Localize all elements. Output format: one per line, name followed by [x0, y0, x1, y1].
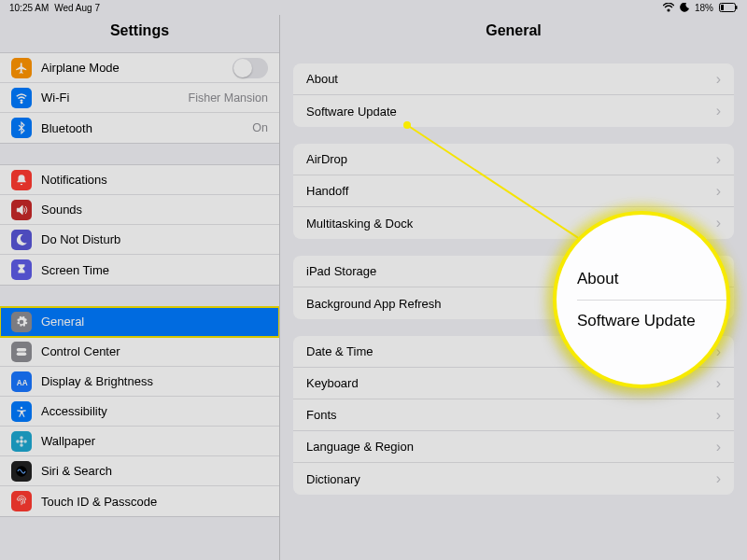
- svg-rect-1: [736, 6, 738, 9]
- sidebar-item-label: Screen Time: [41, 263, 268, 277]
- row-label: About: [306, 72, 716, 86]
- sidebar-item-detail: On: [252, 121, 268, 134]
- text-icon: AA: [11, 371, 32, 392]
- chevron-right-icon: ›: [716, 407, 721, 424]
- airplane-icon: [11, 58, 32, 78]
- sidebar-item-label: General: [41, 315, 268, 329]
- settings-sidebar: Settings Airplane ModeWi-FiFisher Mansio…: [0, 15, 280, 560]
- statusbar-date: Wed Aug 7: [54, 3, 100, 13]
- detail-title: General: [293, 15, 734, 63]
- statusbar-time: 10:25 AM: [9, 3, 49, 13]
- sidebar-item-wallpaper[interactable]: Wallpaper: [0, 427, 279, 456]
- sidebar-title: Settings: [0, 15, 279, 52]
- svg-point-10: [20, 443, 23, 447]
- sidebar-item-general[interactable]: General: [0, 307, 279, 337]
- general-row-airdrop[interactable]: AirDrop›: [293, 144, 734, 175]
- general-row-dictionary[interactable]: Dictionary›: [293, 463, 734, 495]
- sidebar-item-bluetooth[interactable]: BluetoothOn: [0, 113, 279, 143]
- sidebar-item-screentime[interactable]: Screen Time: [0, 255, 279, 285]
- status-bar: 10:25 AM Wed Aug 7 18%: [0, 0, 747, 15]
- annotation-callout: About Software Update: [553, 211, 730, 388]
- wifi-status-icon: [663, 3, 674, 12]
- sidebar-item-wifi[interactable]: Wi-FiFisher Mansion: [0, 83, 279, 113]
- row-label: Language & Region: [306, 440, 716, 454]
- general-row-about[interactable]: About›: [293, 63, 734, 95]
- callout-line-software-update: Software Update: [577, 301, 730, 342]
- sidebar-item-label: Siri & Search: [41, 464, 268, 478]
- sidebar-item-label: Wi-Fi: [41, 91, 189, 105]
- row-label: Handoff: [306, 184, 716, 198]
- chevron-right-icon: ›: [716, 439, 721, 455]
- sidebar-item-touchid[interactable]: Touch ID & Passcode: [0, 486, 279, 516]
- general-row-fonts[interactable]: Fonts›: [293, 399, 734, 431]
- sidebar-item-label: Control Center: [41, 344, 268, 358]
- hourglass-icon: [11, 259, 32, 280]
- moon-icon: [11, 230, 32, 250]
- bell-icon: [11, 170, 32, 190]
- chevron-right-icon: ›: [716, 103, 721, 119]
- sidebar-item-accessibility[interactable]: Accessibility: [0, 397, 279, 427]
- row-label: Fonts: [306, 408, 716, 422]
- sidebar-item-label: Do Not Disturb: [41, 232, 268, 246]
- wifi-icon: [11, 88, 32, 108]
- svg-rect-5: [17, 352, 27, 356]
- svg-point-8: [20, 440, 23, 443]
- row-label: Dictionary: [306, 472, 716, 486]
- sidebar-item-control[interactable]: Control Center: [0, 337, 279, 367]
- speaker-icon: [11, 200, 32, 220]
- sidebar-item-label: Airplane Mode: [41, 61, 233, 75]
- sidebar-item-detail: Fisher Mansion: [189, 91, 268, 105]
- chevron-right-icon: ›: [716, 183, 721, 200]
- svg-point-9: [20, 436, 23, 440]
- svg-point-11: [16, 440, 20, 443]
- chevron-right-icon: ›: [716, 71, 721, 88]
- annotation-anchor-dot: [403, 121, 411, 129]
- siri-icon: [11, 461, 32, 482]
- sidebar-item-dnd[interactable]: Do Not Disturb: [0, 225, 279, 255]
- sidebar-item-label: Notifications: [41, 173, 268, 187]
- sidebar-item-airplane[interactable]: Airplane Mode: [0, 53, 279, 83]
- general-detail-panel: General About›Software Update›AirDrop›Ha…: [280, 15, 747, 560]
- chevron-right-icon: ›: [716, 215, 721, 231]
- row-label: Software Update: [306, 105, 716, 119]
- svg-rect-4: [17, 347, 27, 351]
- chevron-right-icon: ›: [716, 151, 721, 168]
- battery-icon: [719, 3, 738, 12]
- airplane-mode-toggle[interactable]: [233, 58, 268, 78]
- dnd-status-icon: [680, 3, 689, 12]
- sidebar-item-notifications[interactable]: Notifications: [0, 165, 279, 195]
- general-row-language-region[interactable]: Language & Region›: [293, 431, 734, 463]
- sidebar-item-label: Sounds: [41, 203, 268, 217]
- svg-point-7: [21, 406, 22, 408]
- chevron-right-icon: ›: [716, 470, 721, 487]
- sidebar-item-label: Accessibility: [41, 404, 268, 418]
- callout-line-about: About: [577, 259, 726, 301]
- sidebar-item-label: Touch ID & Passcode: [41, 495, 268, 509]
- row-label: AirDrop: [306, 152, 716, 166]
- chevron-right-icon: ›: [716, 375, 721, 392]
- switch-icon: [11, 342, 32, 362]
- general-row-handoff[interactable]: Handoff›: [293, 175, 734, 207]
- svg-point-3: [21, 101, 22, 103]
- sidebar-item-label: Bluetooth: [41, 121, 252, 135]
- sidebar-item-sounds[interactable]: Sounds: [0, 195, 279, 225]
- sidebar-item-label: Display & Brightness: [41, 374, 268, 388]
- svg-rect-2: [721, 5, 724, 10]
- general-row-software-update[interactable]: Software Update›: [293, 95, 734, 127]
- flower-icon: [11, 431, 32, 452]
- svg-point-12: [23, 440, 27, 443]
- fingerprint-icon: [11, 491, 32, 511]
- sidebar-item-siri[interactable]: Siri & Search: [0, 456, 279, 486]
- battery-percent: 18%: [695, 3, 713, 13]
- bluetooth-icon: [11, 118, 32, 138]
- gear-icon: [11, 312, 32, 332]
- accessibility-icon: [11, 401, 32, 422]
- sidebar-item-display[interactable]: AADisplay & Brightness: [0, 367, 279, 397]
- svg-text:AA: AA: [17, 378, 28, 386]
- sidebar-item-label: Wallpaper: [41, 434, 268, 448]
